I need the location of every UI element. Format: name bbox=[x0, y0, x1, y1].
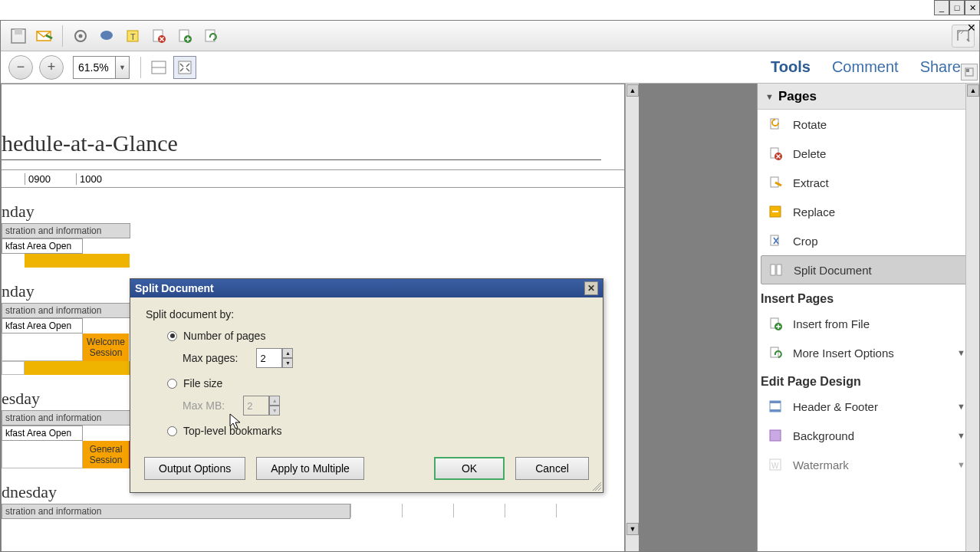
time-header-row: 0900 1000 bbox=[2, 169, 624, 188]
os-minimize-button[interactable]: _ bbox=[934, 0, 949, 15]
watermark-icon: W bbox=[767, 456, 784, 473]
ok-button[interactable]: OK bbox=[434, 457, 505, 480]
pages-split-document[interactable]: Split Document bbox=[761, 255, 976, 284]
document-viewport: hedule-at-a-Glance 0900 1000 nday strati… bbox=[1, 84, 757, 551]
save-icon[interactable] bbox=[7, 25, 30, 48]
insert-file-icon bbox=[767, 315, 784, 332]
item-label: Split Document bbox=[794, 264, 872, 277]
spin-up-icon[interactable]: ▲ bbox=[282, 348, 293, 358]
pages-delete[interactable]: Delete bbox=[758, 139, 979, 168]
item-label: Background bbox=[793, 429, 854, 442]
chevron-down-icon: ▼ bbox=[957, 431, 965, 440]
yellow-session-block bbox=[25, 254, 130, 268]
watermark[interactable]: W Watermark ▼ bbox=[758, 450, 979, 479]
svg-point-5 bbox=[100, 31, 113, 40]
radio-number-of-pages[interactable]: Number of pages bbox=[167, 330, 587, 342]
tab-comment[interactable]: Comment bbox=[832, 58, 899, 76]
reg-row: stration and information bbox=[2, 223, 130, 238]
split-icon bbox=[768, 261, 784, 278]
svg-rect-24 bbox=[777, 264, 781, 275]
zoom-in-button[interactable]: + bbox=[39, 55, 64, 80]
zoom-value[interactable]: 61.5% bbox=[73, 56, 116, 79]
zoom-out-button[interactable]: − bbox=[8, 55, 33, 80]
panel-options-icon[interactable] bbox=[961, 64, 978, 80]
tab-share[interactable]: Share bbox=[920, 58, 961, 76]
panel-section-pages[interactable]: ▼ Pages bbox=[758, 84, 979, 110]
right-tabs: Tools Comment Share bbox=[771, 58, 975, 76]
header-footer[interactable]: Header & Footer ▼ bbox=[758, 392, 979, 421]
svg-rect-22 bbox=[771, 235, 778, 245]
chevron-down-icon: ▼ bbox=[957, 348, 965, 357]
fit-width-icon[interactable] bbox=[147, 56, 170, 79]
item-label: Insert from File bbox=[793, 317, 870, 330]
document-scrollbar[interactable]: ▲ ▼ bbox=[625, 84, 639, 551]
panel-scrollbar[interactable]: ▲ bbox=[965, 84, 979, 551]
svg-rect-23 bbox=[771, 264, 775, 275]
max-pages-label: Max pages: bbox=[183, 352, 238, 364]
dialog-title-text: Split Document bbox=[135, 282, 214, 294]
reg-row: stration and information bbox=[2, 504, 350, 519]
pdf-app-window: ✕ T − + bbox=[0, 20, 980, 552]
radio-top-level-bookmarks[interactable]: Top-level bookmarks bbox=[167, 425, 587, 437]
tab-tools[interactable]: Tools bbox=[771, 58, 811, 76]
scroll-down-icon[interactable]: ▼ bbox=[626, 523, 639, 535]
add-page-icon[interactable] bbox=[173, 25, 196, 48]
os-maximize-button[interactable]: □ bbox=[949, 0, 965, 15]
radio-label: Number of pages bbox=[183, 330, 265, 342]
zoom-dropdown-icon[interactable]: ▼ bbox=[116, 56, 130, 79]
rotate-icon bbox=[767, 116, 784, 133]
svg-rect-29 bbox=[770, 401, 781, 403]
os-close-button[interactable]: ✕ bbox=[965, 0, 980, 15]
time-cell: 0900 bbox=[25, 173, 76, 185]
fit-page-icon[interactable] bbox=[173, 56, 196, 79]
svg-rect-1 bbox=[15, 29, 22, 34]
radio-icon[interactable] bbox=[167, 331, 177, 341]
scroll-up-icon[interactable]: ▲ bbox=[967, 84, 979, 97]
pages-replace[interactable]: Replace bbox=[758, 197, 979, 226]
zoom-combobox[interactable]: 61.5% ▼ bbox=[73, 56, 130, 79]
pages-rotate[interactable]: Rotate bbox=[758, 110, 979, 139]
max-pages-spinner[interactable]: ▲▼ bbox=[256, 348, 293, 368]
apply-to-multiple-button[interactable]: Apply to Multiple bbox=[256, 457, 364, 480]
bkfast-cell: kfast Area Open bbox=[2, 426, 83, 441]
reg-row: stration and information bbox=[2, 410, 130, 426]
resize-grip-icon[interactable] bbox=[592, 481, 601, 491]
delete-icon bbox=[767, 145, 784, 162]
radio-icon[interactable] bbox=[167, 426, 177, 436]
more-insert-options[interactable]: More Insert Options ▼ bbox=[758, 338, 979, 367]
zoom-toolbar: − + 61.5% ▼ Tools Comment Share bbox=[1, 51, 979, 84]
highlight-icon[interactable]: T bbox=[121, 25, 144, 48]
svg-rect-20 bbox=[771, 177, 778, 187]
dialog-titlebar[interactable]: Split Document ✕ bbox=[130, 279, 603, 297]
empty-grid bbox=[350, 504, 624, 519]
radio-icon[interactable] bbox=[167, 379, 177, 389]
insert-from-file[interactable]: Insert from File bbox=[758, 309, 979, 338]
header-footer-icon bbox=[767, 398, 784, 415]
pages-extract[interactable]: Extract bbox=[758, 168, 979, 197]
gear-icon[interactable] bbox=[69, 25, 92, 48]
spin-up-icon: ▲ bbox=[269, 396, 280, 406]
section-edit-page-design: Edit Page Design bbox=[758, 367, 979, 392]
spin-down-icon[interactable]: ▼ bbox=[282, 358, 293, 368]
pages-crop[interactable]: Crop bbox=[758, 226, 979, 255]
output-options-button[interactable]: Output Options bbox=[144, 457, 245, 480]
delete-page-icon[interactable] bbox=[147, 25, 170, 48]
item-label: More Insert Options bbox=[793, 347, 894, 360]
dialog-close-button[interactable]: ✕ bbox=[584, 281, 598, 295]
panel-section-label: Pages bbox=[778, 89, 817, 104]
app-close-button[interactable]: ✕ bbox=[964, 20, 979, 35]
background[interactable]: Background ▼ bbox=[758, 421, 979, 450]
recycle-page-icon[interactable] bbox=[199, 25, 222, 48]
max-pages-input[interactable] bbox=[256, 348, 282, 368]
radio-label: Top-level bookmarks bbox=[183, 425, 281, 437]
cancel-button[interactable]: Cancel bbox=[515, 457, 589, 480]
chevron-down-icon: ▼ bbox=[957, 402, 965, 411]
bubble-icon[interactable] bbox=[95, 25, 118, 48]
item-label: Replace bbox=[793, 205, 835, 219]
scroll-up-icon[interactable]: ▲ bbox=[626, 84, 639, 97]
radio-file-size[interactable]: File size bbox=[167, 377, 587, 389]
mail-icon[interactable] bbox=[33, 25, 56, 48]
extract-icon bbox=[767, 174, 784, 191]
dialog-heading: Split document by: bbox=[146, 308, 587, 320]
max-mb-input bbox=[243, 396, 269, 416]
